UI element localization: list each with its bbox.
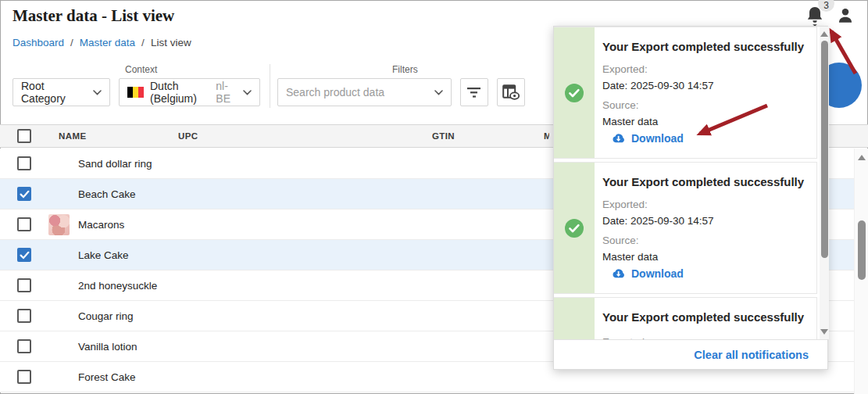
row-checkbox[interactable] bbox=[17, 248, 31, 262]
popup-footer: Clear all notifications bbox=[554, 339, 827, 369]
column-header-upc[interactable]: UPC bbox=[178, 125, 198, 147]
row-checkbox[interactable] bbox=[17, 156, 31, 170]
chevron-down-icon bbox=[428, 90, 443, 95]
notification-card[interactable]: Your Export completed successfully Expor… bbox=[554, 27, 817, 159]
row-name: Sand dollar ring bbox=[78, 149, 152, 178]
breadcrumb-dashboard[interactable]: Dashboard bbox=[13, 37, 64, 48]
product-thumbnail bbox=[48, 214, 70, 235]
source-label: Source: bbox=[602, 99, 639, 111]
breadcrumb-master-data[interactable]: Master data bbox=[80, 37, 135, 48]
source-value: Master data bbox=[602, 116, 658, 127]
notifications-popup: Your Export completed successfully Expor… bbox=[553, 26, 828, 370]
row-name: Macarons bbox=[78, 210, 124, 239]
exported-label: Exported: bbox=[602, 199, 648, 210]
cloud-download-icon bbox=[611, 268, 626, 279]
row-name: Vanilla lotion bbox=[78, 331, 138, 361]
chevron-down-icon bbox=[237, 90, 252, 95]
download-link[interactable]: Download bbox=[611, 132, 684, 145]
scroll-down-arrow-icon[interactable] bbox=[820, 329, 828, 335]
table-columns-eye-icon bbox=[502, 84, 520, 100]
notification-card[interactable]: Your Export completed successfully Expor… bbox=[554, 297, 817, 339]
breadcrumb-current: List view bbox=[151, 37, 191, 48]
belgium-flag-icon bbox=[127, 87, 144, 98]
row-checkbox[interactable] bbox=[17, 217, 31, 231]
exported-label: Exported: bbox=[602, 63, 648, 75]
filters-group-label: Filters bbox=[392, 64, 418, 75]
context-group-label: Context bbox=[125, 64, 157, 75]
success-check-icon bbox=[564, 83, 584, 103]
row-checkbox[interactable] bbox=[17, 278, 31, 292]
checkmark-icon bbox=[20, 190, 30, 199]
filter-bar-divider bbox=[270, 64, 270, 108]
scrollbar-thumb[interactable] bbox=[821, 41, 828, 258]
row-name: Cougar ring bbox=[78, 301, 134, 331]
download-label: Download bbox=[631, 132, 684, 145]
context-language-select[interactable]: Dutch (Belgium) nl-BE bbox=[119, 78, 260, 106]
export-date: Date: 2025-09-30 14:57 bbox=[602, 80, 714, 91]
column-header-gtin[interactable]: GTIN bbox=[432, 125, 455, 147]
page-title: Master data - List view bbox=[13, 6, 174, 26]
notification-count-badge: 3 bbox=[818, 0, 834, 12]
download-link[interactable]: Download bbox=[611, 267, 684, 280]
popup-scrollbar[interactable] bbox=[820, 27, 829, 339]
cloud-download-icon bbox=[611, 133, 626, 144]
chevron-down-icon bbox=[87, 90, 102, 95]
notification-title: Your Export completed successfully bbox=[602, 310, 804, 324]
column-header-partial[interactable]: M bbox=[544, 125, 549, 147]
table-scrollbar[interactable] bbox=[854, 149, 868, 394]
row-name: 2nd honeysuckle bbox=[78, 270, 157, 300]
scroll-up-arrow-icon[interactable] bbox=[820, 31, 828, 37]
column-header-name[interactable]: NAME bbox=[59, 125, 86, 147]
context-locale: nl-BE bbox=[216, 80, 237, 105]
row-checkbox[interactable] bbox=[17, 339, 31, 353]
scrollbar-thumb[interactable] bbox=[858, 220, 866, 280]
user-account-button[interactable] bbox=[837, 7, 854, 24]
user-icon bbox=[837, 7, 854, 24]
breadcrumb: Dashboard / Master data / List view bbox=[13, 37, 191, 48]
row-name: Beach Cake bbox=[78, 179, 136, 209]
download-label: Download bbox=[631, 267, 684, 280]
select-all-checkbox[interactable] bbox=[17, 129, 31, 143]
scroll-up-arrow-icon[interactable] bbox=[858, 155, 866, 160]
row-checkbox[interactable] bbox=[17, 309, 31, 323]
notification-card[interactable]: Your Export completed successfully Expor… bbox=[554, 162, 817, 294]
breadcrumb-separator: / bbox=[141, 37, 145, 48]
checkmark-icon bbox=[20, 251, 30, 260]
notifications-scroll-area: Your Export completed successfully Expor… bbox=[554, 27, 829, 339]
notification-title: Your Export completed successfully bbox=[602, 175, 804, 188]
column-visibility-button[interactable] bbox=[497, 78, 525, 106]
row-name: Forest Cake bbox=[78, 362, 136, 392]
export-date: Date: 2025-09-30 14:57 bbox=[602, 215, 714, 227]
root-category-select[interactable]: Root Category bbox=[13, 78, 110, 106]
breadcrumb-separator: / bbox=[70, 37, 73, 48]
row-checkbox[interactable] bbox=[17, 370, 31, 384]
product-search-select[interactable]: Search product data bbox=[277, 78, 452, 106]
clear-all-notifications-link[interactable]: Clear all notifications bbox=[694, 349, 809, 361]
root-category-value: Root Category bbox=[21, 80, 87, 105]
context-language-value: Dutch (Belgium) bbox=[150, 80, 211, 105]
success-check-icon bbox=[564, 218, 584, 238]
search-placeholder: Search product data bbox=[286, 86, 384, 98]
row-checkbox[interactable] bbox=[17, 187, 31, 201]
row-name: Lake Cake bbox=[78, 240, 129, 270]
notification-title: Your Export completed successfully bbox=[602, 40, 804, 53]
source-value: Master data bbox=[602, 251, 658, 263]
filter-list-icon bbox=[466, 87, 482, 98]
source-label: Source: bbox=[602, 235, 639, 246]
success-stripe bbox=[554, 298, 595, 339]
filter-list-button[interactable] bbox=[460, 78, 488, 106]
